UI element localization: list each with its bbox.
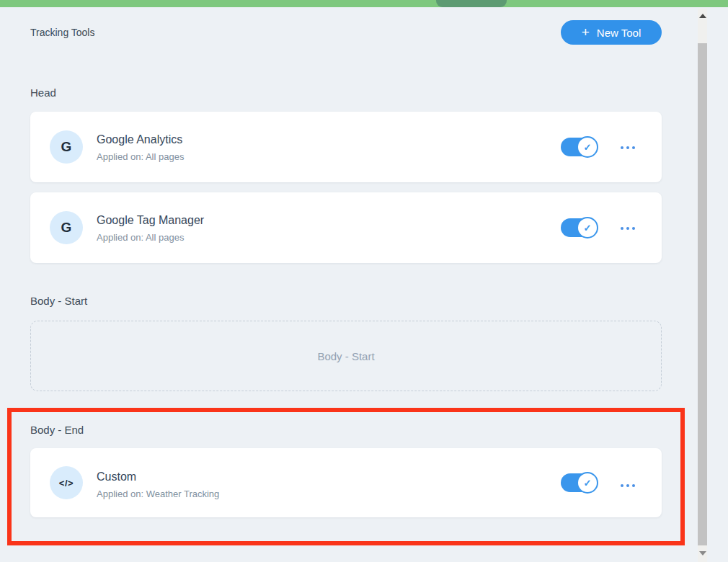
tool-applied-on: Applied on: All pages: [97, 151, 184, 162]
top-green-tab: [436, 0, 507, 7]
more-options-icon: [621, 484, 623, 487]
more-options-icon: [621, 146, 623, 149]
more-options-icon: [621, 227, 623, 230]
google-letter-icon: G: [50, 211, 83, 244]
section-label-body-end: Body - End: [30, 424, 84, 436]
tool-name: Custom: [97, 470, 136, 483]
google-letter-icon: G: [50, 130, 83, 164]
scroll-down-arrow-icon[interactable]: [699, 551, 706, 556]
toggle-check-icon: ✓: [577, 136, 598, 158]
tool-toggle[interactable]: ✓: [561, 218, 595, 237]
toggle-check-icon: ✓: [577, 217, 598, 238]
page-title: Tracking Tools: [30, 27, 94, 38]
more-options-button[interactable]: [616, 223, 640, 234]
more-options-button[interactable]: [616, 142, 640, 153]
section-label-body-start: Body - Start: [30, 295, 87, 307]
tool-card-custom[interactable]: </> Custom Applied on: Weather Tracking …: [30, 448, 662, 517]
scrollbar-thumb[interactable]: [698, 43, 707, 545]
new-tool-label: New Tool: [597, 27, 641, 39]
new-tool-button[interactable]: + New Tool: [561, 20, 662, 45]
code-icon: </>: [50, 466, 83, 499]
section-label-head: Head: [30, 86, 56, 99]
tool-applied-on: Applied on: Weather Tracking: [97, 489, 219, 499]
tool-toggle[interactable]: ✓: [561, 138, 595, 156]
body-start-empty-dropzone: Body - Start: [30, 321, 662, 391]
scroll-up-arrow-icon[interactable]: [699, 14, 706, 18]
tool-toggle[interactable]: ✓: [561, 473, 595, 492]
toggle-check-icon: ✓: [577, 472, 598, 494]
tool-card-google-tag-manager[interactable]: G Google Tag Manager Applied on: All pag…: [30, 192, 662, 263]
tool-name: Google Tag Manager: [97, 214, 204, 227]
tool-card-google-analytics[interactable]: G Google Analytics Applied on: All pages…: [30, 112, 662, 182]
body-start-placeholder: Body - Start: [317, 350, 374, 362]
tool-name: Google Analytics: [97, 133, 182, 146]
more-options-button[interactable]: [616, 480, 640, 491]
top-green-bar: [0, 0, 728, 7]
tool-applied-on: Applied on: All pages: [97, 232, 184, 243]
plus-icon: +: [582, 25, 590, 39]
